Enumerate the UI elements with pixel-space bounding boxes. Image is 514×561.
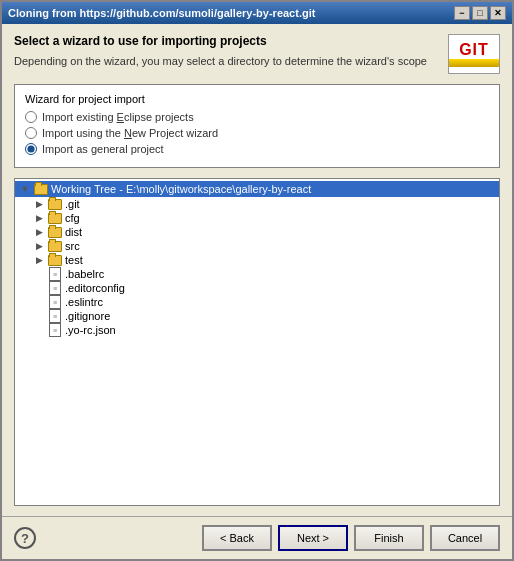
tree-item-label-dist: dist	[65, 226, 82, 238]
spacer-editorconfig	[33, 282, 45, 294]
tree-root-item[interactable]: ▼ Working Tree - E:\molly\gitworkspace\g…	[15, 181, 499, 197]
folder-icon-test	[47, 254, 63, 266]
git-logo-bar	[449, 59, 499, 67]
radio-existing-label: Import existing Eclipse projects	[42, 111, 194, 123]
expand-arrow-cfg: ▶	[33, 212, 45, 224]
tree-item-label-eslintrc: .eslintrc	[65, 296, 103, 308]
tree-item-gitignore[interactable]: .gitignore	[15, 309, 499, 323]
expand-arrow-root: ▼	[19, 183, 31, 195]
radio-new-project[interactable]	[25, 127, 37, 139]
folder-icon-git	[47, 198, 63, 210]
tree-item-dist[interactable]: ▶ dist	[15, 225, 499, 239]
help-button[interactable]: ?	[14, 527, 36, 549]
page-description: Depending on the wizard, you may select …	[14, 54, 427, 69]
folder-icon-dist	[47, 226, 63, 238]
git-logo-text: GIT	[459, 41, 489, 59]
tree-item-label-git: .git	[65, 198, 80, 210]
wizard-box: Wizard for project import Import existin…	[14, 84, 500, 168]
tree-item-label-test: test	[65, 254, 83, 266]
tree-item-editorconfig[interactable]: .editorconfig	[15, 281, 499, 295]
tree-item-label-src: src	[65, 240, 80, 252]
tree-item-babelrc[interactable]: .babelrc	[15, 267, 499, 281]
tree-item-label-gitignore: .gitignore	[65, 310, 110, 322]
main-window: Cloning from https://github.com/sumoli/g…	[0, 0, 514, 561]
content-area: Select a wizard to use for importing pro…	[2, 24, 512, 516]
header-section: Select a wizard to use for importing pro…	[14, 34, 500, 74]
radio-option-1[interactable]: Import existing Eclipse projects	[25, 111, 489, 123]
file-icon-editorconfig	[47, 282, 63, 294]
radio-option-2[interactable]: Import using the New Project wizard	[25, 127, 489, 139]
folder-icon-cfg	[47, 212, 63, 224]
spacer-gitignore	[33, 310, 45, 322]
close-button[interactable]: ✕	[490, 6, 506, 20]
spacer-babelrc	[33, 268, 45, 280]
expand-arrow-git: ▶	[33, 198, 45, 210]
spacer-eslintrc	[33, 296, 45, 308]
tree-item-cfg[interactable]: ▶ cfg	[15, 211, 499, 225]
header-text: Select a wizard to use for importing pro…	[14, 34, 427, 69]
tree-item-label-yorcjson: .yo-rc.json	[65, 324, 116, 336]
git-logo: GIT	[448, 34, 500, 74]
tree-item-label-editorconfig: .editorconfig	[65, 282, 125, 294]
tree-item-label-cfg: cfg	[65, 212, 80, 224]
tree-view[interactable]: ▼ Working Tree - E:\molly\gitworkspace\g…	[15, 179, 499, 505]
next-button[interactable]: Next >	[278, 525, 348, 551]
tree-section: ▼ Working Tree - E:\molly\gitworkspace\g…	[14, 178, 500, 506]
tree-item-src[interactable]: ▶ src	[15, 239, 499, 253]
footer-left: ?	[14, 527, 36, 549]
file-icon-yorcjson	[47, 324, 63, 336]
radio-general[interactable]	[25, 143, 37, 155]
tree-root-label: Working Tree - E:\molly\gitworkspace\gal…	[51, 183, 311, 195]
window-title: Cloning from https://github.com/sumoli/g…	[8, 7, 315, 19]
expand-arrow-src: ▶	[33, 240, 45, 252]
tree-item-git[interactable]: ▶ .git	[15, 197, 499, 211]
radio-general-label: Import as general project	[42, 143, 164, 155]
radio-existing[interactable]	[25, 111, 37, 123]
spacer-yorcjson	[33, 324, 45, 336]
root-folder-icon	[33, 183, 49, 195]
page-title: Select a wizard to use for importing pro…	[14, 34, 427, 48]
footer: ? < Back Next > Finish Cancel	[2, 516, 512, 559]
tree-item-eslintrc[interactable]: .eslintrc	[15, 295, 499, 309]
expand-arrow-test: ▶	[33, 254, 45, 266]
back-button[interactable]: < Back	[202, 525, 272, 551]
tree-item-yorcjson[interactable]: .yo-rc.json	[15, 323, 499, 337]
folder-icon-src	[47, 240, 63, 252]
footer-right: < Back Next > Finish Cancel	[202, 525, 500, 551]
radio-option-3[interactable]: Import as general project	[25, 143, 489, 155]
maximize-button[interactable]: □	[472, 6, 488, 20]
minimize-button[interactable]: −	[454, 6, 470, 20]
cancel-button[interactable]: Cancel	[430, 525, 500, 551]
radio-new-project-label: Import using the New Project wizard	[42, 127, 218, 139]
title-bar-controls: − □ ✕	[454, 6, 506, 20]
expand-arrow-dist: ▶	[33, 226, 45, 238]
file-icon-gitignore	[47, 310, 63, 322]
finish-button[interactable]: Finish	[354, 525, 424, 551]
file-icon-eslintrc	[47, 296, 63, 308]
tree-item-test[interactable]: ▶ test	[15, 253, 499, 267]
file-icon-babelrc	[47, 268, 63, 280]
title-bar: Cloning from https://github.com/sumoli/g…	[2, 2, 512, 24]
tree-item-label-babelrc: .babelrc	[65, 268, 104, 280]
title-bar-text: Cloning from https://github.com/sumoli/g…	[8, 7, 315, 19]
wizard-box-title: Wizard for project import	[25, 93, 489, 105]
